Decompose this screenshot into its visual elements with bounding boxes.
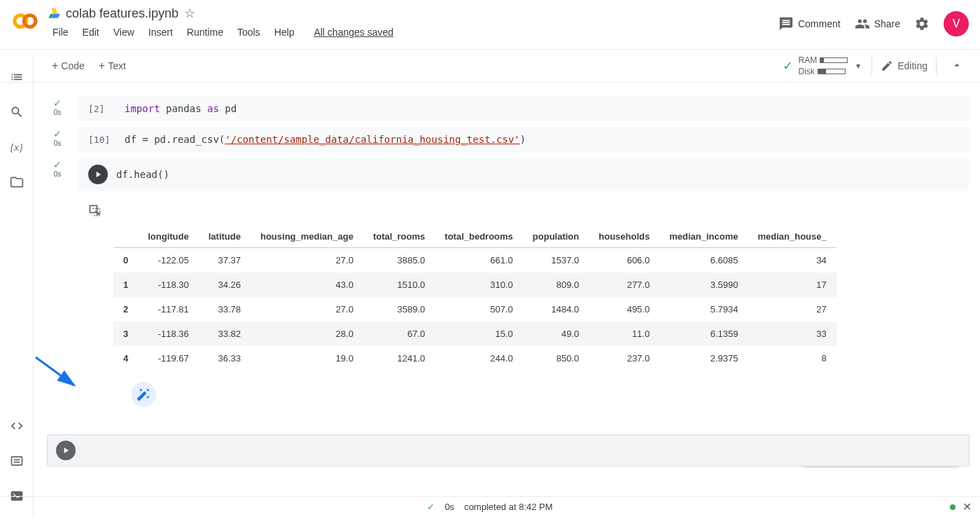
menu-runtime[interactable]: Runtime <box>181 24 230 41</box>
menubar: File Edit View Insert Runtime Tools Help… <box>46 24 778 41</box>
close-icon[interactable]: ✕ <box>962 500 972 513</box>
menu-insert[interactable]: Insert <box>142 24 179 41</box>
share-label: Share <box>874 18 900 29</box>
code-cell[interactable]: ✓0s [2] import pandas as pd <box>34 96 980 121</box>
run-button[interactable] <box>56 441 76 460</box>
svg-line-7 <box>36 357 74 385</box>
connection-indicator <box>950 504 955 510</box>
table-row: 1-118.3034.2643.01510.0310.0809.0277.03.… <box>113 273 836 297</box>
status-bar: ✓ 0s completed at 8:42 PM ✕ <box>0 496 980 517</box>
star-icon[interactable]: ☆ <box>184 6 195 21</box>
code-cell[interactable]: ✓0s df.head() <box>34 158 980 191</box>
menu-edit[interactable]: Edit <box>76 24 106 41</box>
table-row: 3-118.3633.8228.067.015.049.011.06.13593… <box>113 322 836 346</box>
menu-view[interactable]: View <box>107 24 141 41</box>
cell-prompt: [10] <box>88 135 116 145</box>
svg-rect-2 <box>11 457 22 465</box>
status-time: 0s <box>444 502 454 512</box>
code-content[interactable]: import pandas as pd <box>125 103 237 114</box>
suggest-charts-button[interactable] <box>131 382 156 407</box>
menu-file[interactable]: File <box>46 24 75 41</box>
table-row: 4-119.6736.3319.01241.0244.0850.0237.02.… <box>113 346 836 371</box>
check-icon: ✓ <box>53 159 62 170</box>
variables-icon[interactable]: {x} <box>10 140 24 154</box>
dataframe-table: longitudelatitudehousing_median_agetotal… <box>113 226 836 371</box>
collapse-button[interactable] <box>945 56 969 76</box>
output-collapse-icon[interactable] <box>88 204 102 218</box>
status-message: completed at 8:42 PM <box>464 502 552 512</box>
drive-icon <box>46 6 60 20</box>
check-icon: ✓ <box>53 97 62 109</box>
settings-button[interactable] <box>914 16 930 32</box>
cell-output: longitudelatitudehousing_median_agetotal… <box>78 197 969 414</box>
resource-dropdown[interactable]: ▾ <box>853 58 863 74</box>
add-text-button[interactable]: +Text <box>92 55 133 76</box>
check-icon: ✓ <box>783 58 793 74</box>
menu-tools[interactable]: Tools <box>231 24 267 41</box>
code-snippets-icon[interactable] <box>10 419 24 433</box>
editing-mode-button[interactable]: Editing <box>881 60 927 72</box>
comment-button[interactable]: Comment <box>778 16 841 32</box>
doc-title[interactable]: colab features.ipynb <box>66 6 178 21</box>
add-code-button[interactable]: +Code <box>45 55 92 76</box>
cell-prompt: [2] <box>88 104 116 114</box>
command-palette-icon[interactable] <box>10 454 24 468</box>
share-button[interactable]: Share <box>855 16 900 32</box>
run-button[interactable] <box>88 165 108 184</box>
annotation-arrow <box>34 354 88 396</box>
avatar[interactable]: V <box>944 11 969 36</box>
comment-label: Comment <box>798 18 841 29</box>
search-icon[interactable] <box>10 105 24 119</box>
code-cell[interactable]: ✓0s [10] df = pd.read_csv('/content/samp… <box>34 127 980 152</box>
colab-logo[interactable] <box>11 7 39 35</box>
check-icon: ✓ <box>53 128 62 139</box>
empty-code-cell[interactable] <box>48 435 969 466</box>
code-content[interactable]: df = pd.read_csv('/content/sample_data/c… <box>125 134 526 145</box>
toc-icon[interactable] <box>10 70 24 84</box>
table-row: 0-122.0537.3727.03885.0661.01537.0606.06… <box>113 248 836 273</box>
check-icon: ✓ <box>427 502 435 512</box>
folder-icon[interactable] <box>10 175 24 189</box>
code-content[interactable]: df.head() <box>116 169 169 180</box>
resource-indicator[interactable]: ✓ RAM Disk ▾ <box>783 55 864 76</box>
save-status[interactable]: All changes saved <box>307 24 400 41</box>
table-row: 2-117.8133.7827.03589.0507.01484.0495.05… <box>113 297 836 322</box>
menu-help[interactable]: Help <box>268 24 301 41</box>
